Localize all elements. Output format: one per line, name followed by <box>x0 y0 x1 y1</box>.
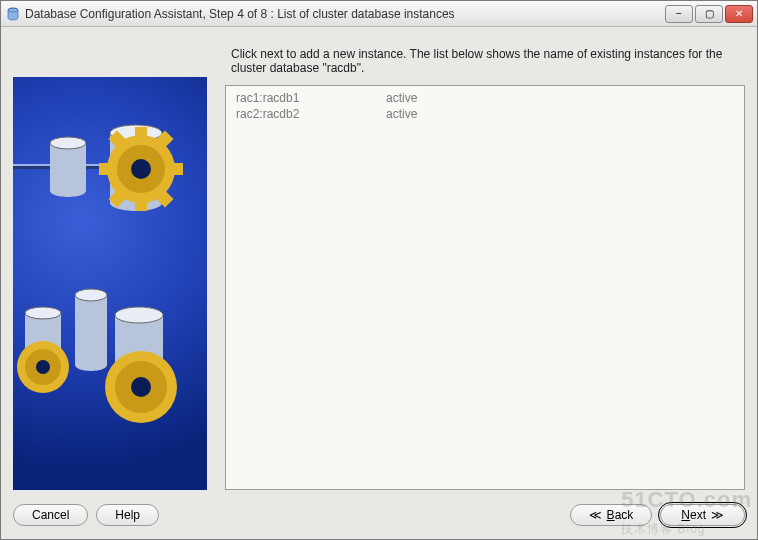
svg-rect-7 <box>135 127 147 139</box>
help-button[interactable]: Help <box>96 504 159 526</box>
list-item[interactable]: rac2:racdb2 active <box>226 106 744 122</box>
instance-name: rac2:racdb2 <box>236 107 386 121</box>
svg-rect-10 <box>171 163 183 175</box>
cancel-button[interactable]: Cancel <box>13 504 88 526</box>
svg-point-18 <box>25 307 61 319</box>
instruction-text: Click next to add a new instance. The li… <box>225 45 745 85</box>
maximize-button[interactable]: ▢ <box>695 5 723 23</box>
svg-point-28 <box>131 377 151 397</box>
wizard-banner <box>13 77 207 490</box>
minimize-icon: − <box>676 8 682 19</box>
watermark: 51CTO.com 技术博客 Blog <box>621 487 752 539</box>
cancel-label: Cancel <box>32 508 69 522</box>
close-icon: ✕ <box>735 8 743 19</box>
client-area: Click next to add a new instance. The li… <box>1 27 757 540</box>
titlebar-buttons: − ▢ ✕ <box>665 5 753 23</box>
content-column: Click next to add a new instance. The li… <box>225 45 745 490</box>
help-label: Help <box>115 508 140 522</box>
window-title: Database Configuration Assistant, Step 4… <box>25 7 661 21</box>
svg-rect-9 <box>99 163 111 175</box>
instance-status: active <box>386 91 734 105</box>
chevron-left-icon: ≪ <box>589 508 602 522</box>
svg-point-25 <box>36 360 50 374</box>
instance-status: active <box>386 107 734 121</box>
close-button[interactable]: ✕ <box>725 5 753 23</box>
list-item[interactable]: rac1:racdb1 active <box>226 90 744 106</box>
watermark-main: 51CTO.com <box>621 487 752 512</box>
titlebar: Database Configuration Assistant, Step 4… <box>1 1 757 27</box>
minimize-button[interactable]: − <box>665 5 693 23</box>
svg-point-22 <box>115 307 163 323</box>
svg-point-16 <box>131 159 151 179</box>
watermark-sub: 技术博客 Blog <box>621 522 705 536</box>
svg-point-20 <box>75 289 107 301</box>
svg-rect-8 <box>135 199 147 211</box>
main-row: Click next to add a new instance. The li… <box>1 27 757 496</box>
instance-list[interactable]: rac1:racdb1 active rac2:racdb2 active <box>225 85 745 490</box>
svg-point-3 <box>50 137 86 149</box>
window-frame: Database Configuration Assistant, Step 4… <box>0 0 758 540</box>
instance-name: rac1:racdb1 <box>236 91 386 105</box>
maximize-icon: ▢ <box>705 8 714 19</box>
db-cylinder-icon <box>5 6 21 22</box>
